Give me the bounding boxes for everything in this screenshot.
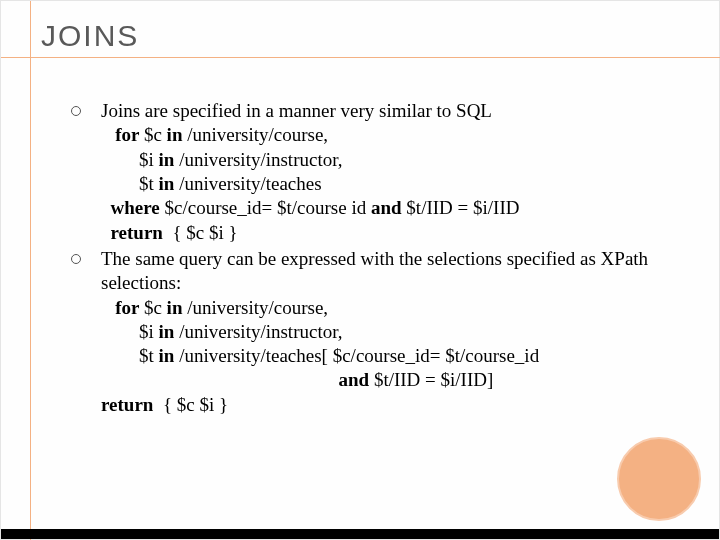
code-line: $i in /university/instructor, xyxy=(101,148,669,172)
code-line: $t in /university/teaches xyxy=(101,172,669,196)
bullet-icon xyxy=(71,254,81,264)
horizontal-rule xyxy=(1,57,720,58)
slide-frame: JOINS Joins are specified in a manner ve… xyxy=(0,0,720,540)
list-item: The same query can be expressed with the… xyxy=(71,247,669,417)
code-line: return { $c $i } xyxy=(101,393,669,417)
corner-circle-decoration xyxy=(617,437,701,521)
code-line: where $c/course_id= $t/course id and $t/… xyxy=(101,196,669,220)
code-line: for $c in /university/course, xyxy=(101,296,669,320)
bullet-icon xyxy=(71,106,81,116)
list-item: Joins are specified in a manner very sim… xyxy=(71,99,669,245)
code-line: $i in /university/instructor, xyxy=(101,320,669,344)
code-line: return { $c $i } xyxy=(101,221,669,245)
item-intro: The same query can be expressed with the… xyxy=(101,247,669,296)
bottom-bar xyxy=(1,529,719,539)
slide-content: Joins are specified in a manner very sim… xyxy=(71,99,669,419)
slide-title: JOINS xyxy=(41,19,139,53)
vertical-rule xyxy=(30,1,31,540)
code-line: $t in /university/teaches[ $c/course_id=… xyxy=(101,344,669,368)
code-line: and $t/IID = $i/IID] xyxy=(101,368,669,392)
item-intro: Joins are specified in a manner very sim… xyxy=(101,99,669,123)
code-line: for $c in /university/course, xyxy=(101,123,669,147)
